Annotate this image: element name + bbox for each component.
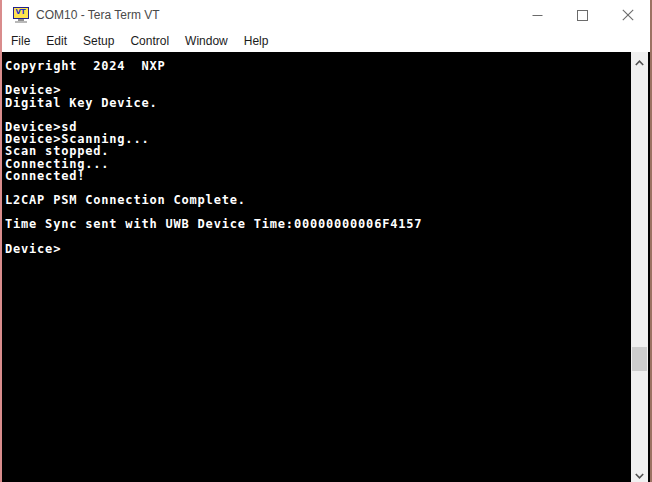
close-icon bbox=[622, 9, 634, 21]
vt-icon-base bbox=[15, 21, 27, 23]
maximize-button[interactable] bbox=[560, 0, 605, 30]
teraterm-vt-icon[interactable]: VT bbox=[12, 7, 29, 24]
terminal-line: Device>sd bbox=[5, 120, 631, 132]
chevron-up-icon bbox=[635, 52, 644, 70]
terminal-line bbox=[5, 71, 631, 83]
terminal-line: Connecting... bbox=[5, 157, 631, 169]
window-title: COM10 - Tera Term VT bbox=[36, 8, 160, 22]
scroll-down-button[interactable] bbox=[631, 465, 648, 482]
menu-item-setup[interactable]: Setup bbox=[75, 30, 122, 52]
menu-item-help[interactable]: Help bbox=[236, 30, 277, 52]
terminal-line: Device> bbox=[5, 242, 631, 254]
minimize-button[interactable] bbox=[515, 0, 560, 30]
titlebar: VT COM10 - Tera Term VT bbox=[2, 0, 650, 30]
menu-item-window[interactable]: Window bbox=[177, 30, 236, 52]
terminal-line: Scan stopped. bbox=[5, 144, 631, 156]
terminal-line: Digital Key Device. bbox=[5, 96, 631, 108]
terminal-line bbox=[5, 108, 631, 120]
terminal-line: Copyright 2024 NXP bbox=[5, 59, 631, 71]
caption-buttons bbox=[515, 0, 650, 30]
chevron-down-icon bbox=[635, 465, 644, 482]
terminal-line: Device>Scanning... bbox=[5, 132, 631, 144]
scroll-up-button[interactable] bbox=[631, 52, 648, 69]
menu-item-edit[interactable]: Edit bbox=[38, 30, 75, 52]
close-button[interactable] bbox=[605, 0, 650, 30]
scrollbar-thumb[interactable] bbox=[632, 347, 647, 371]
terminal-line: Connected! bbox=[5, 169, 631, 181]
vertical-scrollbar[interactable] bbox=[631, 52, 648, 482]
terminal-line bbox=[5, 205, 631, 217]
menu-item-control[interactable]: Control bbox=[122, 30, 177, 52]
terminal-line: Device> bbox=[5, 83, 631, 95]
terminal-output[interactable]: Copyright 2024 NXP Device> Digital Key D… bbox=[4, 52, 631, 482]
menubar: File Edit Setup Control Window Help bbox=[2, 30, 650, 52]
maximize-icon bbox=[577, 10, 588, 21]
terminal-line bbox=[5, 181, 631, 193]
terminal-line bbox=[5, 230, 631, 242]
vt-icon-screen: VT bbox=[13, 7, 29, 19]
teraterm-window: VT COM10 - Tera Term VT bbox=[0, 0, 652, 482]
menu-item-file[interactable]: File bbox=[3, 30, 38, 52]
terminal-line: Time Sync sent with UWB Device Time:0000… bbox=[5, 217, 631, 229]
minimize-icon bbox=[532, 10, 543, 21]
terminal-line: L2CAP PSM Connection Complete. bbox=[5, 193, 631, 205]
